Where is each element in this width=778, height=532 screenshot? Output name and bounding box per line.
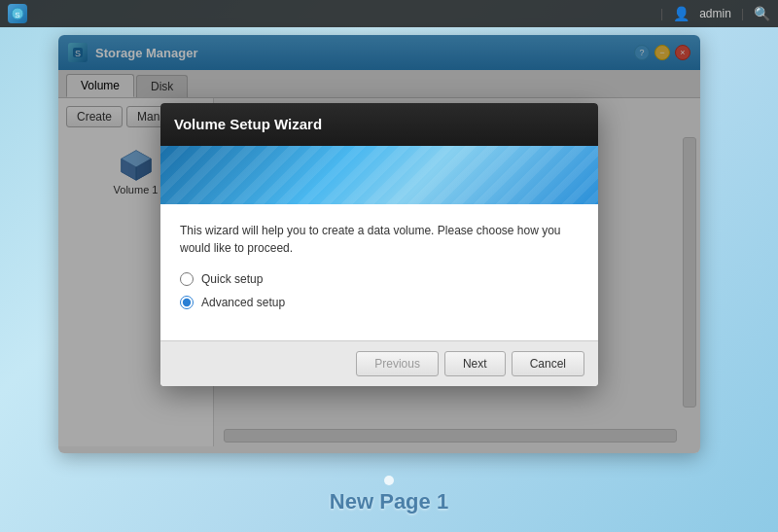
search-icon[interactable]: 🔍 — [754, 6, 770, 21]
svg-text:S: S — [15, 11, 19, 19]
modal-header: Volume Setup Wizard — [160, 103, 598, 146]
modal-banner — [160, 146, 598, 204]
taskbar-divider: | — [660, 7, 663, 20]
taskbar: S | 👤 admin | 🔍 — [0, 0, 778, 27]
modal-description: This wizard will help you to create a da… — [180, 222, 579, 257]
modal-body: This wizard will help you to create a da… — [160, 204, 598, 340]
page-indicator-dot — [384, 476, 394, 485]
advanced-setup-radio[interactable] — [180, 296, 194, 309]
cancel-button[interactable]: Cancel — [512, 351, 584, 376]
next-button[interactable]: Next — [444, 351, 506, 376]
advanced-setup-option[interactable]: Advanced setup — [180, 296, 579, 309]
volume-setup-wizard: Volume Setup Wizard This wizard will hel… — [160, 103, 598, 386]
username-label: admin — [699, 7, 731, 20]
previous-button[interactable]: Previous — [356, 351, 439, 376]
app-icon[interactable]: S — [8, 4, 27, 23]
user-icon: 👤 — [673, 6, 690, 21]
page-label: New Page 1 — [0, 489, 778, 514]
modal-overlay: Volume Setup Wizard This wizard will hel… — [58, 35, 700, 453]
setup-options: Quick setup Advanced setup — [180, 272, 579, 309]
modal-footer: Previous Next Cancel — [160, 340, 598, 386]
taskbar-right: | 👤 admin | 🔍 — [660, 6, 770, 21]
taskbar-divider2: | — [741, 7, 744, 20]
quick-setup-radio[interactable] — [180, 272, 194, 286]
quick-setup-label: Quick setup — [201, 272, 263, 286]
advanced-setup-label: Advanced setup — [201, 296, 285, 309]
taskbar-left: S — [8, 4, 27, 23]
modal-title: Volume Setup Wizard — [174, 116, 322, 132]
storage-manager-window: S Storage Manager ? − × Volume Disk Crea… — [58, 35, 700, 453]
quick-setup-option[interactable]: Quick setup — [180, 272, 579, 286]
